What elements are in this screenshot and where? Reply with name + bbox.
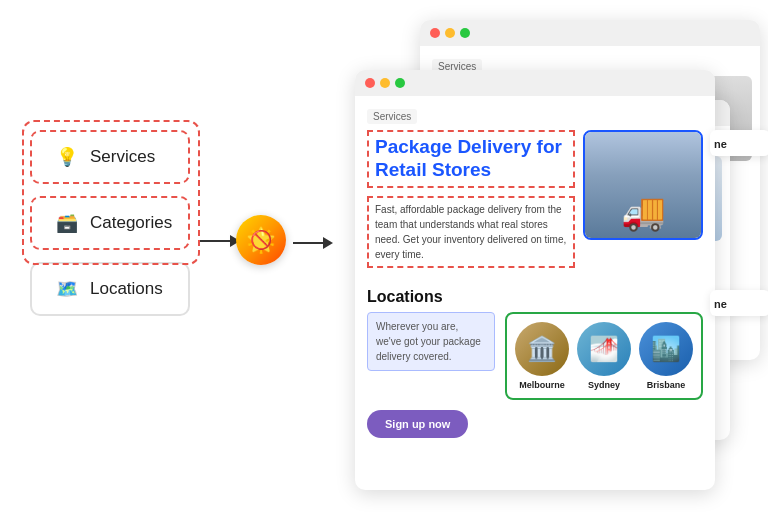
brisbane-name: Brisbane: [647, 380, 686, 390]
partial-text-1: ne: [714, 138, 727, 150]
melbourne-name: Melbourne: [519, 380, 565, 390]
locations-label: Locations: [90, 279, 163, 299]
partial-window-2: ne: [710, 290, 768, 316]
dot-yellow-front: [380, 78, 390, 88]
city-item-sydney: 🌁 Sydney: [577, 322, 631, 390]
lightbulb-icon: 💡: [56, 146, 78, 168]
main-heading: Package Delivery for Retail Stores: [367, 130, 575, 188]
left-menu: 💡 Services 🗃️ Categories 🗺️ Locations: [30, 130, 190, 316]
menu-item-locations[interactable]: 🗺️ Locations: [30, 262, 190, 316]
box-icon: 🗃️: [56, 212, 78, 234]
truck-image: 🚚: [583, 130, 703, 240]
services-label: Services: [90, 147, 155, 167]
categories-label: Categories: [90, 213, 172, 233]
ai-filter-icon: 🌟 🚫: [236, 215, 286, 265]
city-item-melbourne: 🏛️ Melbourne: [515, 322, 569, 390]
signup-button[interactable]: Sign up now: [367, 410, 468, 438]
menu-item-services[interactable]: 💡 Services: [30, 130, 190, 184]
cities-row: 🏛️ Melbourne 🌁 Sydney 🏙️ Brisbane: [505, 312, 703, 400]
menu-item-categories[interactable]: 🗃️ Categories: [30, 196, 190, 250]
locations-text: Wherever you are, we've got your package…: [367, 312, 495, 371]
arrow-to-ai: [200, 235, 240, 247]
city-item-brisbane: 🏙️ Brisbane: [639, 322, 693, 390]
services-tag-front: Services: [367, 109, 417, 124]
locations-section: Locations Wherever you are, we've got yo…: [367, 288, 703, 400]
browser-window-front: Services Package Delivery for Retail Sto…: [355, 70, 715, 490]
truck-icon: 🚚: [585, 132, 701, 238]
partial-text-2: ne: [714, 298, 727, 310]
melbourne-circle: 🏛️: [515, 322, 569, 376]
dot-green-front: [395, 78, 405, 88]
brisbane-circle: 🏙️: [639, 322, 693, 376]
sydney-circle: 🌁: [577, 322, 631, 376]
dot-yellow: [445, 28, 455, 38]
dot-green: [460, 28, 470, 38]
dot-red: [430, 28, 440, 38]
titlebar-front: [355, 70, 715, 96]
arrow-to-browser: [293, 237, 333, 249]
sydney-name: Sydney: [588, 380, 620, 390]
locations-heading: Locations: [367, 288, 703, 306]
partial-window-1: ne: [710, 130, 768, 156]
titlebar-back2: [420, 20, 760, 46]
dot-red-front: [365, 78, 375, 88]
map-icon: 🗺️: [56, 278, 78, 300]
body-text: Fast, affordable package delivery from t…: [367, 196, 575, 268]
